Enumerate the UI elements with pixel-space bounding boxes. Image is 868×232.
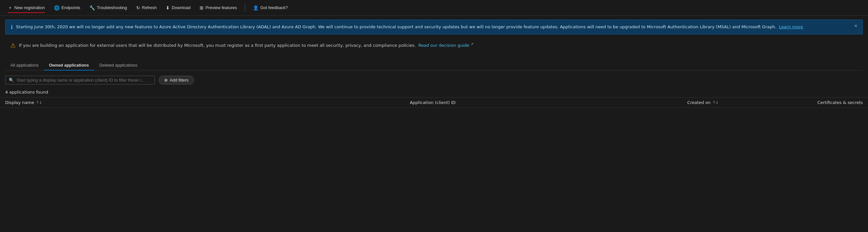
decision-guide-link[interactable]: Read our decision guide <box>418 43 469 48</box>
tab-all-applications[interactable]: All applications <box>5 60 44 70</box>
external-link-icon: ↗ <box>471 42 473 46</box>
search-input[interactable] <box>17 78 151 82</box>
info-banner-close[interactable]: × <box>852 23 859 30</box>
add-filters-button[interactable]: ⊕ Add filters <box>159 76 194 85</box>
download-button[interactable]: ⬇ Download <box>162 3 194 12</box>
preview-icon: ⊞ <box>199 5 204 10</box>
refresh-button[interactable]: ↻ Refresh <box>132 3 161 12</box>
table-header: Display name ↑↓ Application (client) ID … <box>0 97 868 108</box>
plus-icon: ＋ <box>8 5 12 11</box>
sort-created-icon[interactable]: ↑↓ <box>713 100 718 105</box>
learn-more-link[interactable]: Learn more <box>779 24 803 29</box>
add-filters-icon: ⊕ <box>164 78 168 82</box>
wrench-icon: 🔧 <box>89 5 95 10</box>
info-banner-text: Starting June 30th, 2020 we will no long… <box>16 24 803 30</box>
got-feedback-button[interactable]: 👤 Got feedback? <box>249 3 292 12</box>
col-header-display-name: Display name ↑↓ <box>5 100 288 105</box>
warning-banner-text: If you are building an application for e… <box>19 42 473 49</box>
content-area: All applications Owned applications Dele… <box>0 55 868 108</box>
globe-icon: 🌐 <box>54 5 60 10</box>
troubleshooting-button[interactable]: 🔧 Troubleshooting <box>86 3 131 12</box>
refresh-icon: ↻ <box>136 5 140 10</box>
warning-icon: ⚠ <box>10 42 16 49</box>
info-icon: ℹ <box>11 24 13 30</box>
tab-deleted-applications[interactable]: Deleted applications <box>94 60 143 70</box>
tabs-section: All applications Owned applications Dele… <box>5 60 863 70</box>
col-header-certs: Certificates & secrets <box>721 100 863 105</box>
toolbar: ＋ New registration 🌐 Endpoints 🔧 Trouble… <box>0 0 868 15</box>
preview-features-button[interactable]: ⊞ Preview features <box>196 3 241 12</box>
download-icon: ⬇ <box>166 5 170 10</box>
tab-owned-applications[interactable]: Owned applications <box>44 60 94 70</box>
tabs-list: All applications Owned applications Dele… <box>5 60 863 70</box>
feedback-icon: 👤 <box>253 5 258 10</box>
search-row: 🔍 ⊕ Add filters <box>5 76 863 85</box>
warning-banner: ⚠ If you are building an application for… <box>5 38 863 52</box>
col-header-app-id: Application (client) ID <box>291 100 574 105</box>
sort-display-name-icon[interactable]: ↑↓ <box>36 100 42 105</box>
col-header-created: Created on ↑↓ <box>577 100 719 105</box>
search-box-container: 🔍 <box>5 76 155 85</box>
new-registration-button[interactable]: ＋ New registration <box>4 3 49 13</box>
search-icon: 🔍 <box>9 78 14 82</box>
results-count: 4 applications found <box>5 90 863 95</box>
toolbar-divider <box>245 4 245 12</box>
endpoints-button[interactable]: 🌐 Endpoints <box>50 3 84 12</box>
info-banner: ℹ Starting June 30th, 2020 we will no lo… <box>5 20 863 34</box>
